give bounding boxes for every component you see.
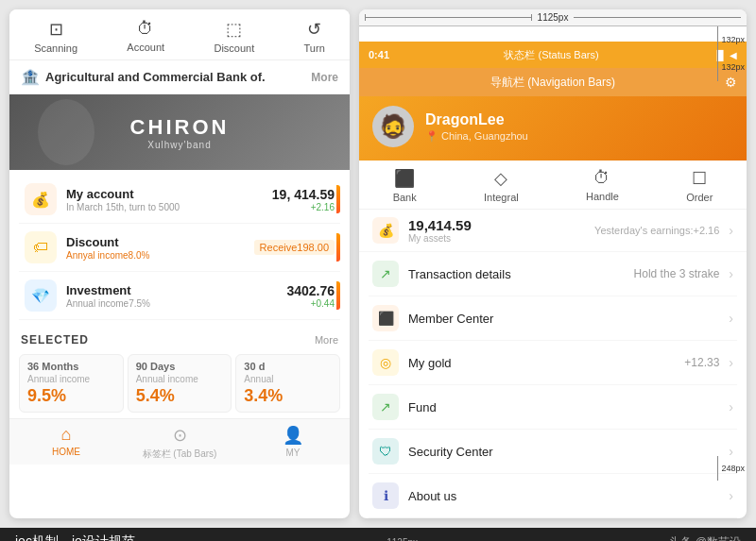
investment-info: Investment Annual income7.5% bbox=[66, 283, 286, 309]
investment-icon: 💎 bbox=[25, 279, 57, 312]
discount-card-icon: 🏷 bbox=[25, 231, 57, 263]
integral-tab-icon: ◇ bbox=[494, 168, 507, 189]
bank-header: 🏦 Agricultural and Commercial Bank of. M… bbox=[9, 60, 350, 94]
selected-more[interactable]: More bbox=[315, 334, 338, 346]
transaction-value: Hold the 3 strake bbox=[634, 267, 720, 280]
profile-location: 📍 China, Guangzhou bbox=[425, 130, 528, 143]
about-arrow: › bbox=[729, 488, 733, 503]
my-account-arrow bbox=[336, 185, 340, 213]
bottom-tabs[interactable]: ⊙ 标签栏 (Tab Bars) bbox=[123, 425, 236, 461]
my-account-info: My account In March 15th, turn to 5000 bbox=[66, 187, 272, 212]
assets-arrow: › bbox=[729, 223, 733, 238]
fund-label: Fund bbox=[408, 400, 719, 414]
tab-handle[interactable]: ⏱ Handle bbox=[586, 168, 619, 203]
nav-turn[interactable]: ↺ Turn bbox=[304, 19, 325, 54]
tab-bank[interactable]: ⬛ Bank bbox=[393, 168, 417, 203]
hero-banner: CHIRON Xulhwy'band bbox=[9, 94, 350, 170]
fund-arrow: › bbox=[729, 399, 733, 414]
discount-tag: Receive198.00 bbox=[254, 240, 335, 255]
gold-arrow: › bbox=[729, 355, 733, 370]
bottom-bar: ioc机制，io设计规范 1125px 头条 @数艺设 bbox=[0, 528, 756, 541]
dim-right-1: 132px bbox=[717, 26, 745, 53]
menu-member[interactable]: ⬛ Member Center › bbox=[369, 296, 737, 341]
period-36-rate: 9.5% bbox=[27, 386, 115, 406]
assets-icon: 💰 bbox=[372, 217, 399, 244]
transaction-arrow: › bbox=[729, 266, 733, 281]
my-account-amount: 19, 414.59 +2.16 bbox=[272, 187, 335, 212]
bottom-home-label: HOME bbox=[52, 447, 80, 457]
period-36-sub: Annual income bbox=[27, 374, 115, 384]
discount-title: Discount bbox=[66, 235, 247, 249]
my-account-title: My account bbox=[66, 187, 272, 201]
bank-icon: 🏦 bbox=[21, 68, 40, 86]
selected-header: SELECTED More bbox=[9, 326, 350, 350]
my-account-sub: In March 15th, turn to 5000 bbox=[66, 202, 272, 212]
bottom-my[interactable]: 👤 MY bbox=[236, 425, 350, 461]
dim-bottom: 248px bbox=[717, 456, 745, 481]
location-text: China, Guangzhou bbox=[441, 130, 528, 142]
security-icon: 🛡 bbox=[372, 438, 399, 465]
bottom-home[interactable]: ⌂ HOME bbox=[9, 425, 123, 461]
investment-change: +0.44 bbox=[286, 298, 335, 309]
profile-name: DragonLee bbox=[425, 111, 528, 128]
menu-about[interactable]: ℹ About us › bbox=[369, 474, 737, 518]
gold-value: +12.33 bbox=[684, 356, 719, 369]
right-tabs: ⬛ Bank ◇ Integral ⏱ Handle ☐ Order bbox=[359, 161, 747, 210]
period-36[interactable]: 36 Months Annual income 9.5% bbox=[19, 354, 124, 413]
nav-discount[interactable]: ⬚ Discount bbox=[214, 19, 254, 54]
bottom-tabs-label: 标签栏 (Tab Bars) bbox=[143, 448, 217, 461]
my-account-card[interactable]: 💰 My account In March 15th, turn to 5000… bbox=[19, 176, 340, 224]
assets-info: 19,414.59 My assets bbox=[408, 217, 585, 244]
bank-name: Agricultural and Commercial Bank of. bbox=[45, 70, 266, 84]
right-phone-content: 0:41 状态栏 (Status Bars) ▐▌ ◀ 132px 导航栏 (N… bbox=[359, 42, 747, 518]
period-90[interactable]: 90 Days Annual income 5.4% bbox=[128, 354, 232, 413]
bank-more[interactable]: More bbox=[311, 71, 338, 84]
discount-icon: ⬚ bbox=[226, 19, 242, 40]
order-tab-icon: ☐ bbox=[692, 168, 707, 189]
menu-security[interactable]: 🛡 Security Center › bbox=[369, 430, 737, 474]
profile-section: 🧔 DragonLee 📍 China, Guangzhou bbox=[359, 96, 747, 161]
period-30[interactable]: 30 d Annual 3.4% bbox=[235, 354, 340, 413]
nav-discount-label: Discount bbox=[214, 42, 254, 54]
investment-amount: 3402.76 +0.44 bbox=[286, 283, 335, 309]
period-30-rate: 3.4% bbox=[244, 386, 332, 406]
status-bar-row: 0:41 状态栏 (Status Bars) ▐▌ ◀ 132px bbox=[359, 42, 747, 68]
tab-order-label: Order bbox=[686, 192, 713, 203]
assets-amount: 19,414.59 bbox=[408, 217, 585, 233]
period-30-sub: Annual bbox=[244, 374, 332, 384]
transaction-icon: ↗ bbox=[372, 261, 399, 287]
menu-transaction[interactable]: ↗ Transaction details Hold the 3 strake … bbox=[369, 252, 737, 296]
nav-account[interactable]: ⏱ Account bbox=[127, 19, 164, 54]
status-bar: 0:41 状态栏 (Status Bars) ▐▌ ◀ bbox=[359, 42, 747, 68]
tab-order[interactable]: ☐ Order bbox=[686, 168, 713, 203]
about-label: About us bbox=[408, 489, 719, 503]
discount-card[interactable]: 🏷 Discount Annyal income8.0% Receive198.… bbox=[19, 224, 340, 272]
bottom-bar-text: ioc机制，io设计规范 bbox=[15, 533, 135, 541]
about-icon: ℹ bbox=[372, 482, 399, 509]
period-table: 36 Months Annual income 9.5% 90 Days Ann… bbox=[9, 350, 350, 418]
assets-row[interactable]: 💰 19,414.59 My assets Yesterday's earnin… bbox=[359, 210, 747, 252]
investment-card[interactable]: 💎 Investment Annual income7.5% 3402.76 +… bbox=[19, 272, 340, 320]
my-icon: 👤 bbox=[283, 425, 303, 446]
member-arrow: › bbox=[729, 311, 733, 326]
nav-scanning[interactable]: ⊡ Scanning bbox=[34, 19, 77, 54]
investment-value: 3402.76 bbox=[286, 283, 335, 298]
hero-title: CHIRON bbox=[130, 115, 230, 140]
member-label: Member Center bbox=[408, 312, 719, 326]
tab-integral-label: Integral bbox=[484, 192, 519, 203]
dimension-bar-top: 1125px bbox=[359, 9, 747, 26]
period-36-label: 36 Months bbox=[27, 361, 115, 372]
tab-handle-label: Handle bbox=[586, 191, 619, 202]
status-time: 0:41 bbox=[369, 49, 389, 60]
handle-tab-icon: ⏱ bbox=[593, 168, 610, 188]
status-bar-label: 状态栏 (Status Bars) bbox=[504, 48, 598, 62]
bottom-bar-brand: 头条 @数艺设 bbox=[669, 534, 741, 542]
my-account-change: +2.16 bbox=[272, 202, 335, 212]
bottom-dimension-label: 1125px bbox=[387, 537, 418, 542]
menu-gold[interactable]: ◎ My gold +12.33 › bbox=[369, 341, 737, 385]
investment-arrow bbox=[336, 281, 340, 310]
nav-bar-label: 导航栏 (Navigation Bars) bbox=[490, 75, 615, 91]
fund-icon: ↗ bbox=[372, 394, 399, 420]
menu-fund[interactable]: ↗ Fund › bbox=[369, 385, 737, 430]
tab-integral[interactable]: ◇ Integral bbox=[484, 168, 519, 203]
